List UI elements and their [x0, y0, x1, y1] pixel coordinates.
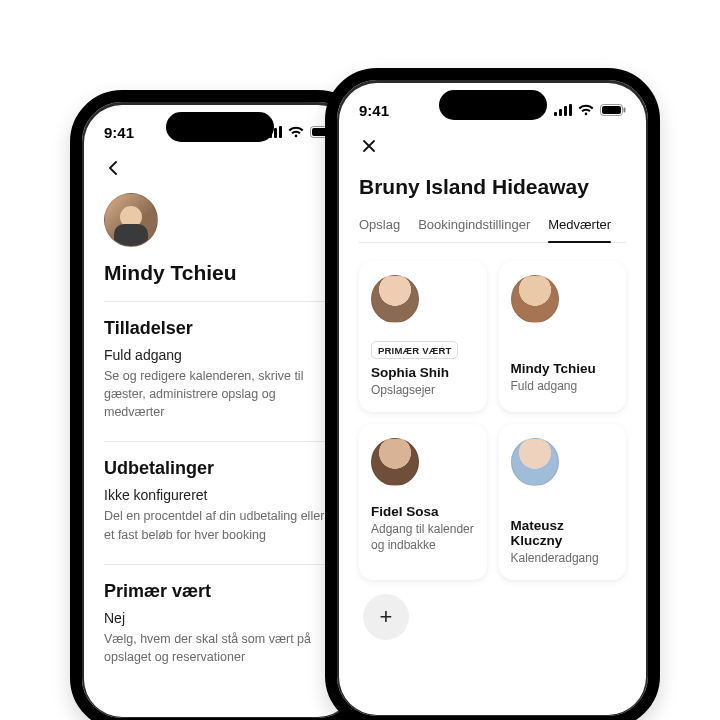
battery-icon: [600, 104, 626, 116]
section-title-permissions: Tilladelser: [104, 318, 336, 339]
avatar: [104, 193, 158, 247]
add-cohost-button[interactable]: +: [363, 594, 409, 640]
dynamic-island: [166, 112, 274, 142]
svg-rect-12: [602, 106, 621, 114]
section-title-payouts: Udbetalinger: [104, 458, 336, 479]
tab-opslag[interactable]: Opslag: [359, 217, 400, 242]
svg-rect-8: [559, 109, 562, 116]
svg-rect-10: [569, 104, 572, 116]
avatar: [511, 438, 559, 486]
section-desc: Del en procentdel af din udbetaling elle…: [104, 507, 336, 543]
svg-rect-9: [564, 106, 567, 116]
divider: [104, 564, 336, 565]
volume-button: [70, 260, 71, 292]
tab-medvaerter[interactable]: Medværter: [548, 217, 611, 242]
profile-name: Mindy Tchieu: [104, 261, 336, 285]
cohost-card[interactable]: Mindy Tchieu Fuld adgang: [499, 261, 627, 412]
phone-right: 9:41 Bruny Island Hideaway Opslag Bookin…: [325, 68, 660, 720]
volume-button: [70, 300, 71, 352]
avatar: [511, 275, 559, 323]
section-sub: Ikke konfigureret: [104, 487, 336, 503]
cohost-role: Kalenderadgang: [511, 550, 599, 566]
cohost-card[interactable]: Fidel Sosa Adgang til kalender og indbak…: [359, 424, 487, 580]
listing-title: Bruny Island Hideaway: [359, 175, 626, 199]
avatar: [371, 438, 419, 486]
svg-rect-3: [279, 126, 282, 138]
cohost-role: Opslagsejer: [371, 382, 435, 398]
primary-host-badge: PRIMÆR VÆRT: [371, 341, 458, 359]
divider: [104, 441, 336, 442]
status-time: 9:41: [104, 124, 134, 141]
cohost-role: Fuld adgang: [511, 378, 578, 394]
power-button: [659, 270, 660, 342]
status-time: 9:41: [359, 102, 389, 119]
wifi-icon: [578, 104, 594, 116]
svg-rect-13: [624, 108, 626, 113]
cohost-name: Mindy Tchieu: [511, 361, 596, 376]
cohost-role: Adgang til kalender og indbakke: [371, 521, 475, 553]
section-title-primary: Primær vært: [104, 581, 336, 602]
wifi-icon: [288, 126, 304, 138]
close-button[interactable]: [359, 136, 379, 156]
section-desc: Vælg, hvem der skal stå som vært på opsl…: [104, 630, 336, 666]
avatar: [371, 275, 419, 323]
cohost-card[interactable]: Mateusz Kluczny Kalenderadgang: [499, 424, 627, 580]
cohost-card[interactable]: PRIMÆR VÆRT Sophia Shih Opslagsejer: [359, 261, 487, 412]
plus-icon: +: [380, 604, 393, 630]
dynamic-island: [439, 90, 547, 120]
tabs: Opslag Bookingindstillinger Medværter: [359, 217, 626, 243]
svg-rect-7: [554, 112, 557, 116]
cohost-name: Sophia Shih: [371, 365, 449, 380]
section-desc: Se og redigere kalenderen, skrive til gæ…: [104, 367, 336, 421]
cohost-name: Mateusz Kluczny: [511, 518, 615, 548]
svg-rect-2: [274, 128, 277, 138]
back-button[interactable]: [104, 158, 124, 178]
signal-icon: [554, 104, 572, 116]
cohost-name: Fidel Sosa: [371, 504, 439, 519]
section-sub: Fuld adgang: [104, 347, 336, 363]
volume-button: [70, 360, 71, 412]
tab-bookingindstillinger[interactable]: Bookingindstillinger: [418, 217, 530, 242]
section-sub: Nej: [104, 610, 336, 626]
divider: [104, 301, 336, 302]
